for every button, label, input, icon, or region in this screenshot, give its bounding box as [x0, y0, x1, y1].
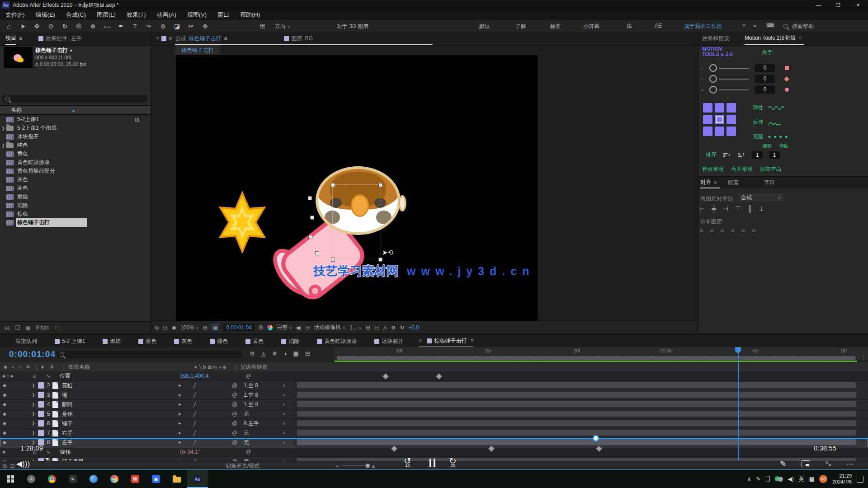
- taskbar-clock[interactable]: 21:29 2024/7/6: [832, 473, 852, 485]
- tray-language[interactable]: 英: [799, 475, 804, 483]
- project-item[interactable]: ❯ 燃烧: [0, 192, 151, 201]
- primary-viewer-icon[interactable]: ⊡: [163, 324, 168, 331]
- taskbar-app-pinwheel[interactable]: ✣: [21, 470, 42, 488]
- comp-tab-name[interactable]: 棕色锤子击打: [189, 35, 221, 42]
- timeline-tab[interactable]: 燃烧: [100, 335, 121, 347]
- align-icon[interactable]: ╫: [748, 205, 752, 212]
- layer-track[interactable]: [294, 419, 868, 428]
- slider-handle[interactable]: [709, 64, 717, 72]
- start-button[interactable]: [0, 470, 21, 488]
- layer-duration-bar[interactable]: [297, 411, 856, 417]
- parent-caret-icon[interactable]: ∨: [283, 431, 294, 435]
- tray-badge-96[interactable]: 96: [819, 475, 827, 483]
- star-shape[interactable]: [215, 191, 270, 254]
- menu-item[interactable]: 帮助(H): [235, 10, 265, 20]
- layer-switches[interactable]: ✦╱: [178, 431, 232, 436]
- project-item[interactable]: ❯ 5-2上课1 个图层: [0, 124, 151, 132]
- selection-handle[interactable]: [315, 251, 319, 255]
- timeline-nav-icon[interactable]: ◬: [383, 324, 387, 331]
- workspace-library[interactable]: 库: [627, 23, 632, 30]
- bit-depth-label[interactable]: 8 bpc: [36, 324, 49, 331]
- selection-handle[interactable]: [378, 258, 382, 262]
- pickwhip-icon[interactable]: @: [232, 392, 244, 398]
- zoom-tool[interactable]: ⊙: [44, 21, 58, 32]
- motion-blur-icon[interactable]: ◑: [283, 350, 287, 357]
- skip-forward-button[interactable]: ↻30: [449, 458, 457, 469]
- keyframe-navigator[interactable]: ◀◇▶: [2, 374, 17, 378]
- pickwhip-icon[interactable]: @: [232, 439, 244, 446]
- parent-dropdown[interactable]: 无: [244, 439, 283, 446]
- layer-color-chip[interactable]: [38, 392, 44, 398]
- twirl-icon[interactable]: ❯: [32, 393, 38, 397]
- menu-item[interactable]: 文件(F): [0, 10, 30, 20]
- elastic-button[interactable]: 弹性: [753, 104, 764, 112]
- menu-item[interactable]: 窗口: [212, 10, 235, 20]
- workspace-default[interactable]: 默认: [479, 23, 490, 30]
- align-icon[interactable]: ⊣: [723, 205, 728, 212]
- graph-icon[interactable]: ∿: [46, 373, 60, 379]
- tab-project[interactable]: 项目: [5, 32, 16, 45]
- type-tool[interactable]: T: [128, 21, 142, 32]
- parent-dropdown[interactable]: 无: [244, 429, 283, 437]
- selection-bounding-box[interactable]: [332, 184, 381, 260]
- tab-effects-presets[interactable]: 效果和预设: [702, 35, 729, 42]
- keyframe-square-icon[interactable]: [785, 66, 789, 70]
- layer-track[interactable]: [294, 381, 868, 390]
- puppet-pin-tool[interactable]: ✜: [198, 21, 212, 32]
- exposure-value[interactable]: +0.0: [408, 324, 419, 331]
- parent-caret-icon[interactable]: ∨: [283, 383, 294, 388]
- project-item[interactable]: ❯ 黄色: [0, 150, 151, 158]
- current-time-field[interactable]: 0:00:01:04: [223, 324, 255, 331]
- anchor-grid[interactable]: [703, 103, 738, 138]
- layer-color-chip[interactable]: [38, 411, 44, 417]
- parent-link-column[interactable]: 父级和链接: [240, 363, 267, 371]
- tray-mic-icon[interactable]: [766, 476, 770, 482]
- layer-track[interactable]: [294, 409, 868, 418]
- timeline-tab[interactable]: 灰色: [172, 335, 192, 347]
- project-search-input[interactable]: [2, 95, 147, 103]
- tab-effect-controls[interactable]: 效果控件: [46, 35, 67, 42]
- timeline-current-time[interactable]: 0:00:01:04: [9, 349, 56, 359]
- shrink-icon[interactable]: ⤡: [826, 460, 830, 468]
- property-name[interactable]: 旋转: [60, 448, 180, 456]
- rectangle-tool[interactable]: ▭: [100, 21, 114, 32]
- pickwhip-icon[interactable]: @: [232, 430, 244, 436]
- comp-stage[interactable]: ➤⟲: [176, 55, 538, 321]
- tab-paragraph[interactable]: 段落: [728, 179, 739, 187]
- menu-item[interactable]: 编辑(E): [30, 10, 61, 20]
- timeline-zoom-slider[interactable]: ▲ ▲: [335, 463, 376, 469]
- selection-handle[interactable]: [331, 258, 335, 262]
- selection-handle[interactable]: [308, 196, 312, 200]
- project-item[interactable]: ❯ 棕色: [0, 210, 151, 218]
- timeline-tab[interactable]: 棕色锤子击打: [419, 335, 473, 347]
- selection-handle[interactable]: [308, 235, 312, 239]
- player-volume-icon[interactable]: ◀))): [16, 459, 30, 469]
- player-progress-bar[interactable]: [0, 438, 868, 439]
- tray-pen-icon[interactable]: ✎: [756, 476, 761, 482]
- project-list-header[interactable]: 名称 ▲ |: [0, 105, 151, 115]
- toggle-switches-label[interactable]: 切换开关/模式: [226, 462, 259, 470]
- timeline-search-input[interactable]: [56, 351, 242, 358]
- slider-value-field[interactable]: 0: [755, 64, 775, 72]
- interpret-footage-icon[interactable]: ▤: [5, 324, 9, 331]
- twirl-icon[interactable]: ❯: [0, 143, 6, 148]
- twirl-icon[interactable]: ❯: [32, 383, 38, 388]
- distribute-icon[interactable]: ≡: [731, 227, 735, 234]
- taskbar-app-browser-bc[interactable]: bc: [104, 470, 125, 488]
- selection-tool[interactable]: ➤: [16, 21, 30, 32]
- workspace-small-screen[interactable]: 小屏幕: [583, 23, 599, 30]
- guide-options-icon[interactable]: ▦: [212, 324, 219, 331]
- layer-switches[interactable]: ✦╱: [178, 440, 232, 445]
- project-item[interactable]: ❯ 5-2上课1: [0, 115, 151, 124]
- align-icon[interactable]: ⊥: [759, 205, 764, 212]
- skip-back-button[interactable]: ↺10: [404, 458, 411, 469]
- sort-up-icon[interactable]: [737, 152, 745, 158]
- layer-color-chip[interactable]: [38, 382, 44, 389]
- layer-name[interactable]: 嘴: [62, 391, 174, 399]
- distribute-icon[interactable]: ≡: [752, 227, 755, 234]
- player-progress-handle[interactable]: [593, 435, 599, 441]
- slider-handle[interactable]: [709, 75, 717, 83]
- twirl-icon[interactable]: ❯: [32, 421, 38, 426]
- number-column-icon[interactable]: #: [50, 364, 53, 370]
- pause-button[interactable]: [429, 459, 435, 467]
